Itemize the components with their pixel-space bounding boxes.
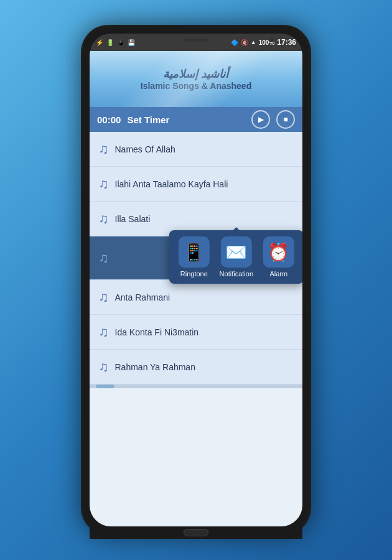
status-right-area: 🔷 🔇 ▲ 100% 17:36 bbox=[231, 38, 296, 47]
app-english-title: Islamic Songs & Anasheed bbox=[141, 81, 251, 91]
song-item-1[interactable]: ♫ Names Of Allah bbox=[90, 132, 302, 167]
mute-icon: 🔇 bbox=[241, 39, 248, 46]
scrollbar-area bbox=[90, 385, 302, 388]
context-alarm[interactable]: ⏰ Alarm bbox=[260, 236, 297, 278]
bluetooth-icon: 🔷 bbox=[231, 39, 238, 46]
song-item-7[interactable]: ♫ Rahman Ya Rahman bbox=[90, 350, 302, 385]
music-note-icon-2: ♫ bbox=[98, 176, 109, 192]
music-note-icon-5: ♫ bbox=[98, 289, 109, 306]
song-title-2: Ilahi Anta Taalamo Kayfa Hali bbox=[115, 179, 228, 189]
song-title-5: Anta Rahmani bbox=[115, 292, 170, 302]
sd-icon: 💾 bbox=[128, 39, 135, 46]
status-bar: ⚡ 🔋 📱 💾 🔷 🔇 ▲ 100% 17:36 bbox=[90, 34, 302, 51]
song-item-5[interactable]: ♫ Anta Rahmani bbox=[90, 280, 302, 315]
context-ringtone[interactable]: 📱 Ringtone bbox=[175, 236, 213, 278]
song-title-6: Ida Konta Fi Ni3matin bbox=[115, 327, 199, 337]
song-item-2[interactable]: ♫ Ilahi Anta Taalamo Kayfa Hali bbox=[90, 167, 302, 202]
song-item-4[interactable]: ♫ 📱 Ringtone ✉️ Notification bbox=[90, 236, 302, 280]
phone-screen: ⚡ 🔋 📱 💾 🔷 🔇 ▲ 100% 17:36 أناشيد إسلامية … bbox=[90, 34, 302, 526]
status-icons-left: ⚡ 🔋 📱 💾 bbox=[96, 39, 135, 46]
context-menu: 📱 Ringtone ✉️ Notification ⏰ bbox=[169, 230, 302, 284]
song-title-3: Illa Salati bbox=[115, 214, 151, 224]
music-note-icon-7: ♫ bbox=[98, 359, 109, 375]
music-note-icon-6: ♫ bbox=[98, 324, 109, 340]
timer-time: 00:00 bbox=[97, 114, 121, 125]
music-note-icon-3: ♫ bbox=[98, 211, 109, 227]
notification-envelope-icon: ✉️ bbox=[225, 242, 247, 263]
status-time: 17:36 bbox=[277, 38, 296, 47]
scrollbar-thumb[interactable] bbox=[96, 385, 114, 388]
timer-bar: 00:00 Set Timer ▶ ■ bbox=[90, 107, 302, 132]
song-title-7: Rahman Ya Rahman bbox=[115, 362, 195, 372]
phone-bottom bbox=[90, 526, 302, 539]
signal-icon: ▲ bbox=[251, 39, 256, 45]
notification-icon-wrapper: ✉️ bbox=[221, 236, 252, 268]
app-header: أناشيد إسلامية Islamic Songs & Anasheed bbox=[90, 51, 302, 107]
ringtone-label: Ringtone bbox=[180, 270, 208, 278]
camera-dot bbox=[269, 37, 274, 42]
song-title-1: Names Of Allah bbox=[115, 144, 175, 154]
speaker-top bbox=[184, 39, 208, 42]
ringtone-icon-wrapper: 📱 bbox=[179, 236, 210, 268]
phone-frame: ⚡ 🔋 📱 💾 🔷 🔇 ▲ 100% 17:36 أناشيد إسلامية … bbox=[81, 25, 311, 535]
set-timer-label: Set Timer bbox=[127, 114, 245, 125]
song-item-6[interactable]: ♫ Ida Konta Fi Ni3matin bbox=[90, 315, 302, 350]
alarm-label: Alarm bbox=[269, 270, 287, 278]
music-note-icon-4: ♫ bbox=[98, 250, 109, 266]
play-button[interactable]: ▶ bbox=[251, 110, 270, 129]
phone-icon: 📱 bbox=[117, 39, 124, 46]
battery-icon: 🔋 bbox=[106, 39, 114, 46]
context-notification[interactable]: ✉️ Notification bbox=[218, 236, 255, 278]
song-list: ♫ Names Of Allah ♫ Ilahi Anta Taalamo Ka… bbox=[90, 132, 302, 526]
ringtone-phone-icon: 📱 bbox=[183, 242, 205, 263]
alarm-clock-icon: ⏰ bbox=[268, 242, 289, 263]
home-button[interactable] bbox=[184, 529, 208, 536]
app-arabic-title: أناشيد إسلامية bbox=[163, 67, 228, 81]
alarm-icon-wrapper: ⏰ bbox=[263, 236, 294, 268]
notification-label: Notification bbox=[220, 270, 253, 278]
music-note-icon-1: ♫ bbox=[98, 141, 109, 157]
usb-icon: ⚡ bbox=[96, 39, 103, 46]
stop-button[interactable]: ■ bbox=[276, 110, 295, 129]
